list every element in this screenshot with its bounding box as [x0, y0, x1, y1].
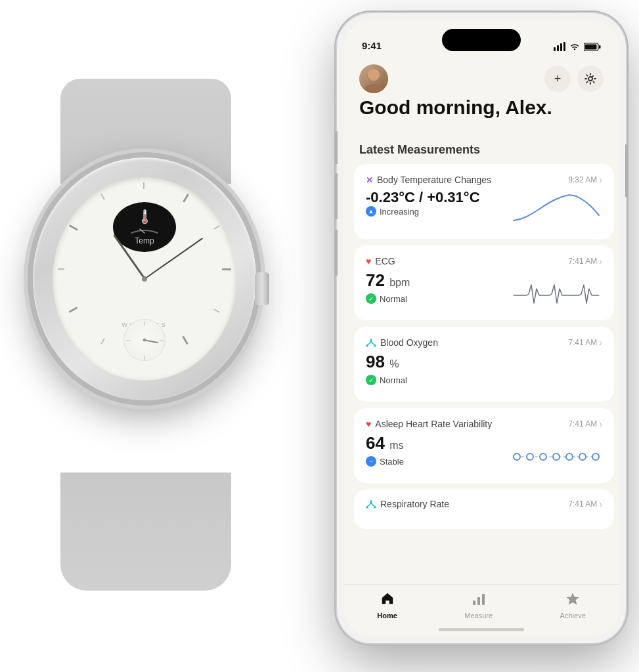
card-title-hrv: Asleep Heart Rate Variability — [375, 419, 492, 429]
card-time-respiratory: 7:41 AM › — [568, 499, 602, 509]
avatar[interactable] — [359, 64, 388, 93]
svg-point-20 — [374, 507, 376, 509]
settings-button[interactable] — [577, 66, 604, 92]
achieve-icon — [565, 591, 580, 610]
scene: 🌡️ Temp WITHINGS — [0, 0, 639, 672]
settings-icon — [584, 72, 597, 85]
svg-point-15 — [553, 453, 560, 460]
svg-rect-23 — [482, 594, 485, 605]
nav-item-home[interactable]: Home — [377, 591, 397, 620]
svg-rect-2 — [557, 45, 559, 51]
avatar-shoulders — [363, 84, 384, 93]
card-chart-temp — [510, 189, 602, 228]
phone-body: 9:41 — [337, 13, 626, 643]
watch-temp-label: Temp — [135, 236, 154, 245]
card-title-respiratory: Respiratory Rate — [380, 499, 449, 509]
battery-icon — [584, 43, 601, 51]
wifi-icon — [569, 42, 580, 51]
status-dot-normal-bo: ✓ — [366, 375, 376, 385]
svg-point-16 — [566, 453, 573, 460]
nav-label-achieve: Achieve — [560, 612, 586, 620]
status-dot-increasing: ▲ — [366, 206, 376, 217]
status-text-hrv: Stable — [380, 457, 404, 467]
status-icons — [554, 42, 601, 51]
svg-rect-3 — [560, 43, 562, 51]
home-icon — [380, 591, 395, 610]
status-text-temp: Increasing — [380, 207, 419, 217]
card-title-row-temp: ✕ Body Temperature Changes — [366, 175, 491, 185]
card-status-bo: ✓ Normal — [366, 375, 510, 385]
card-hrv[interactable]: ♥ Asleep Heart Rate Variability 7:41 AM … — [354, 408, 614, 483]
card-body-temp: -0.23°C / +0.31°C ▲ Increasing — [366, 189, 602, 228]
card-title-ecg: ECG — [375, 256, 395, 266]
svg-point-9 — [366, 345, 368, 347]
temp-icon: ✕ — [366, 175, 373, 185]
svg-rect-1 — [554, 47, 556, 51]
card-header-hrv: ♥ Asleep Heart Rate Variability 7:41 AM … — [366, 419, 602, 429]
watch-temp-display: 🌡️ Temp — [113, 202, 176, 252]
measure-icon — [472, 591, 486, 610]
card-time-hrv: 7:41 AM › — [568, 419, 602, 429]
status-dot-normal-ecg: ✓ — [366, 293, 376, 304]
card-time-bo: 7:41 AM › — [568, 337, 602, 348]
bo-value: 98 % — [366, 352, 510, 372]
card-body-hrv: 64 ms → Stable — [366, 433, 602, 472]
dynamic-island — [442, 29, 521, 51]
nav-item-measure[interactable]: Measure — [464, 591, 493, 620]
card-header-ecg: ♥ ECG 7:41 AM › — [366, 256, 602, 266]
status-text-bo: Normal — [380, 375, 407, 385]
svg-point-13 — [527, 453, 533, 460]
card-respiratory[interactable]: Respiratory Rate 7:41 AM › — [354, 490, 614, 529]
card-time-temp: 9:32 AM › — [568, 175, 602, 185]
card-body-temp[interactable]: ✕ Body Temperature Changes 9:32 AM › -0.… — [354, 164, 614, 239]
watch-case: 🌡️ Temp WITHINGS — [33, 158, 256, 400]
avatar-image — [359, 64, 388, 93]
avatar-face — [368, 69, 380, 81]
card-header-temp: ✕ Body Temperature Changes 9:32 AM › — [366, 175, 602, 185]
phone-mute-button — [335, 131, 338, 164]
card-title-temp: Body Temperature Changes — [377, 175, 491, 185]
nav-label-measure: Measure — [464, 612, 493, 620]
watch-face: 🌡️ Temp WITHINGS — [53, 177, 236, 381]
watch-center-dot — [142, 276, 147, 282]
svg-point-8 — [588, 77, 592, 81]
card-blood-oxygen[interactable]: Blood Oxygen 7:41 AM › 98 % ✓ — [354, 327, 614, 402]
card-body-bo: 98 % ✓ Normal — [366, 352, 602, 391]
add-button[interactable]: + — [544, 66, 571, 92]
phone-screen: 9:41 — [343, 20, 619, 637]
phone: 9:41 — [337, 13, 632, 650]
svg-rect-4 — [563, 42, 565, 51]
card-chart-bo — [510, 352, 602, 391]
temp-value: -0.23°C / +0.31°C — [366, 189, 510, 206]
card-body-ecg: 72 bpm ✓ Normal — [366, 270, 602, 310]
app-header: + — [343, 56, 619, 98]
status-time: 9:41 — [362, 40, 382, 51]
hrv-icon: ♥ — [366, 419, 371, 429]
card-status-ecg: ✓ Normal — [366, 293, 510, 304]
card-header-respiratory: Respiratory Rate 7:41 AM › — [366, 499, 602, 509]
card-title-row-hrv: ♥ Asleep Heart Rate Variability — [366, 419, 492, 429]
greeting-text: Good morning, Alex. — [359, 96, 604, 119]
card-title-row-respiratory: Respiratory Rate — [366, 499, 449, 509]
greeting-section: Good morning, Alex. — [359, 96, 604, 119]
ecg-icon: ♥ — [366, 256, 371, 266]
phone-volume-up-button — [335, 173, 338, 219]
svg-point-17 — [579, 453, 586, 460]
card-status-temp: ▲ Increasing — [366, 206, 510, 217]
card-ecg[interactable]: ♥ ECG 7:41 AM › 72 bpm — [354, 245, 614, 320]
signal-icon — [554, 42, 565, 51]
svg-point-19 — [366, 507, 368, 509]
watch-band-bottom — [60, 472, 231, 591]
card-left-bo: 98 % ✓ Normal — [366, 352, 510, 385]
nav-label-home: Home — [377, 612, 397, 620]
nav-item-achieve[interactable]: Achieve — [560, 591, 586, 620]
cards-container: ✕ Body Temperature Changes 9:32 AM › -0.… — [354, 164, 614, 584]
card-left-ecg: 72 bpm ✓ Normal — [366, 270, 510, 304]
home-indicator — [439, 628, 524, 631]
card-title-row-ecg: ♥ ECG — [366, 256, 395, 266]
status-dot-stable: → — [366, 456, 376, 467]
card-chart-hrv — [510, 433, 602, 472]
card-header-bo: Blood Oxygen 7:41 AM › — [366, 337, 602, 348]
svg-rect-22 — [477, 597, 480, 605]
card-title-row-bo: Blood Oxygen — [366, 337, 438, 348]
